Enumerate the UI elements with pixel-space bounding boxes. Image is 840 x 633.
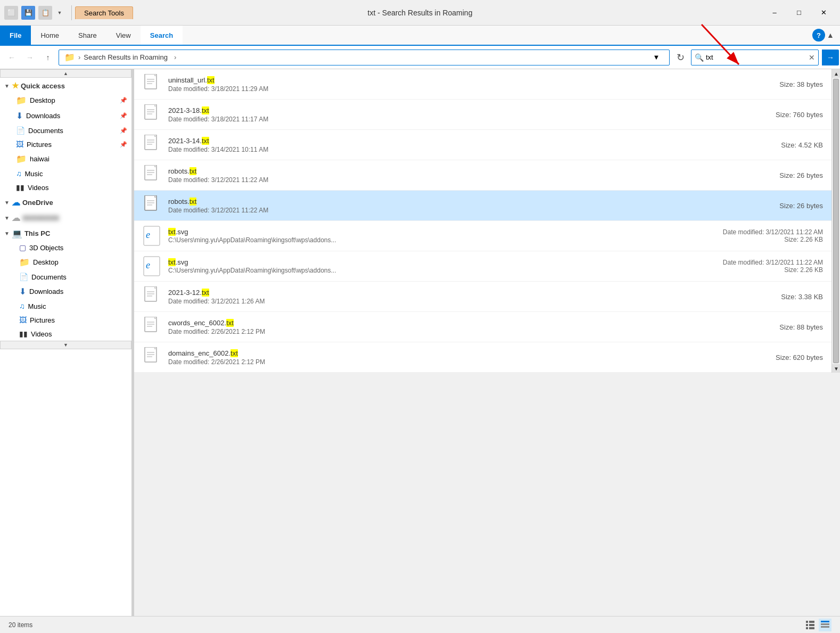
blurred-header[interactable]: ▼ ☁ XXXXXXXX: [0, 210, 131, 225]
view-controls: [804, 619, 831, 631]
tb-icon-3[interactable]: 📋: [38, 6, 52, 20]
onedrive-header[interactable]: ▼ ☁ OneDrive: [0, 194, 131, 210]
file-item-robots-2[interactable]: robots.txt Date modified: 3/12/2021 11:2…: [134, 191, 831, 221]
file-info-7: txt.svg C:\Users\ming.yu\AppData\Roaming…: [168, 258, 717, 274]
sidebar-item-videos-qa[interactable]: ▮▮ Videos: [0, 180, 131, 194]
file-item-2021-3-12[interactable]: 2021-3-12.txt Date modified: 3/12/2021 1…: [134, 282, 831, 312]
sidebar-item-haiwai[interactable]: 📁 haiwai: [0, 151, 131, 167]
sidebar-item-downloads-qa[interactable]: ⬇ Downloads 📌: [0, 108, 131, 124]
list-view-button[interactable]: [804, 619, 817, 631]
tb-dropdown[interactable]: ▼: [55, 6, 64, 20]
sidebar-item-pictures-pc[interactable]: 🖼 Pictures: [0, 313, 131, 327]
search-clear-button[interactable]: ✕: [809, 53, 815, 62]
help-button[interactable]: ?: [812, 29, 825, 42]
file-name-highlight-6: txt: [168, 228, 176, 236]
file-name-highlight-1: txt: [207, 76, 215, 84]
file-item-cwords[interactable]: cwords_enc_6002.txt Date modified: 2/26/…: [134, 312, 831, 342]
file-path-7: C:\Users\ming.yu\AppData\Roaming\kingsof…: [168, 267, 717, 274]
documents-label: Documents: [28, 127, 63, 135]
search-tools-tab[interactable]: Search Tools: [75, 6, 133, 19]
tab-home[interactable]: Home: [31, 26, 69, 45]
address-separator: ›: [78, 53, 80, 61]
quick-access-header[interactable]: ▼ ★ Quick access: [0, 78, 131, 93]
file-item-2021-3-14[interactable]: 2021-3-14.txt Date modified: 3/14/2021 1…: [134, 130, 831, 160]
file-name-8: 2021-3-12.txt: [168, 289, 775, 297]
this-pc-header[interactable]: ▼ 💻 This PC: [0, 225, 131, 241]
file-item-2021-3-18[interactable]: 2021-3-18.txt Date modified: 3/18/2021 1…: [134, 100, 831, 130]
file-item-domains[interactable]: domains_enc_6002.txt Date modified: 2/26…: [134, 342, 831, 373]
minimize-button[interactable]: –: [762, 4, 787, 21]
search-go-button[interactable]: →: [822, 50, 839, 65]
sidebar-item-pictures-qa[interactable]: 🖼 Pictures 📌: [0, 137, 131, 151]
right-scroll-up-btn[interactable]: ▲: [832, 69, 840, 78]
onedrive-label: OneDrive: [22, 199, 53, 207]
up-button[interactable]: ↑: [40, 50, 55, 65]
maximize-button[interactable]: □: [787, 4, 811, 21]
forward-button[interactable]: →: [22, 50, 37, 65]
file-info-3: 2021-3-14.txt Date modified: 3/14/2021 1…: [168, 137, 775, 153]
tab-view[interactable]: View: [106, 26, 141, 45]
back-button[interactable]: ←: [4, 50, 19, 65]
file-size-3: Size: 4.52 KB: [781, 141, 823, 149]
file-item-uninstall[interactable]: uninstall_url.txt Date modified: 3/18/20…: [134, 69, 831, 100]
file-item-txt-svg-2[interactable]: e txt.svg C:\Users\ming.yu\AppData\Roami…: [134, 251, 831, 282]
file-item-txt-svg-1[interactable]: e txt.svg C:\Users\ming.yu\AppData\Roami…: [134, 221, 831, 251]
this-pc-icon: 💻: [12, 228, 22, 239]
haiwai-icon: 📁: [16, 154, 27, 164]
music-pc-label: Music: [28, 302, 46, 310]
sidebar-item-music-pc[interactable]: ♫ Music: [0, 299, 131, 313]
sidebar-item-videos-pc[interactable]: ▮▮ Videos: [0, 327, 131, 341]
blurred-label: XXXXXXXX: [22, 214, 59, 222]
file-size-2: Size: 760 bytes: [776, 111, 823, 119]
file-meta-right-7: Date modified: 3/12/2021 11:22 AM Size: …: [723, 259, 823, 274]
refresh-button[interactable]: ↻: [673, 50, 688, 65]
file-meta-3: Date modified: 3/14/2021 10:11 AM: [168, 146, 775, 153]
tab-file[interactable]: File: [0, 26, 31, 45]
address-input[interactable]: 📁 › Search Results in Roaming › ▼: [59, 50, 670, 65]
file-meta-right-6: Date modified: 3/12/2021 11:22 AM Size: …: [723, 228, 823, 243]
file-name-highlight-8: txt: [202, 289, 209, 297]
sidebar-item-documents-qa[interactable]: 📄 Documents 📌: [0, 124, 131, 137]
file-name-prefix-9: cwords_enc_6002.: [168, 319, 226, 327]
pictures-pc-label: Pictures: [30, 316, 55, 324]
file-list: uninstall_url.txt Date modified: 3/18/20…: [134, 69, 831, 373]
sidebar-item-music-qa[interactable]: ♫ Music: [0, 167, 131, 180]
file-item-robots-1[interactable]: robots.txt Date modified: 3/12/2021 11:2…: [134, 160, 831, 191]
sidebar-item-documents-pc[interactable]: 📄 Documents: [0, 270, 131, 284]
sidebar-scroll-down[interactable]: ▼: [0, 341, 131, 349]
videos-label: Videos: [28, 184, 49, 192]
window-title: txt - Search Results in Roaming: [368, 9, 473, 17]
file-info-6: txt.svg C:\Users\ming.yu\AppData\Roaming…: [168, 228, 717, 244]
file-meta-10: Date modified: 2/26/2021 2:12 PM: [168, 358, 769, 366]
ribbon-chevron[interactable]: ▲: [825, 29, 836, 42]
downloads-pc-label: Downloads: [29, 287, 63, 295]
search-icon: 🔍: [695, 53, 704, 62]
tab-search[interactable]: Search: [141, 24, 183, 45]
main-layout: ▲ ▼ ★ Quick access 📁 Desktop 📌 ⬇ Downloa…: [0, 69, 840, 616]
details-view-button[interactable]: [819, 619, 831, 631]
sidebar-item-desktop-pc[interactable]: 📁 Desktop: [0, 254, 131, 270]
file-info-1: uninstall_url.txt Date modified: 3/18/20…: [168, 76, 773, 93]
sidebar-item-downloads-pc[interactable]: ⬇ Downloads: [0, 284, 131, 299]
scrollbar-thumb[interactable]: [833, 79, 839, 363]
file-name-highlight-7: txt: [168, 258, 176, 266]
file-name-4: robots.txt: [168, 167, 773, 175]
sidebar-item-desktop-qa[interactable]: 📁 Desktop 📌: [0, 93, 131, 108]
music-icon: ♫: [16, 169, 22, 178]
onedrive-chevron: ▼: [4, 200, 10, 205]
right-scroll-down-btn[interactable]: ▼: [832, 364, 840, 373]
tb-icon-2[interactable]: 💾: [21, 6, 35, 20]
file-info-8: 2021-3-12.txt Date modified: 3/12/2021 1…: [168, 289, 775, 305]
close-button[interactable]: ✕: [811, 4, 836, 21]
address-dropdown[interactable]: ▼: [651, 52, 662, 63]
tab-share[interactable]: Share: [69, 26, 106, 45]
file-icon-8: [143, 286, 162, 307]
toolbar-divider: [71, 5, 72, 20]
tb-icon-1[interactable]: ⬜: [4, 6, 18, 20]
sidebar-scroll-up[interactable]: ▲: [0, 69, 131, 78]
sidebar-item-3d-objects[interactable]: ▢ 3D Objects: [0, 241, 131, 254]
address-path: Search Results in Roaming: [84, 53, 168, 61]
downloads-icon: ⬇: [16, 111, 23, 121]
svg-rect-51: [809, 627, 814, 629]
search-input[interactable]: [706, 53, 806, 61]
